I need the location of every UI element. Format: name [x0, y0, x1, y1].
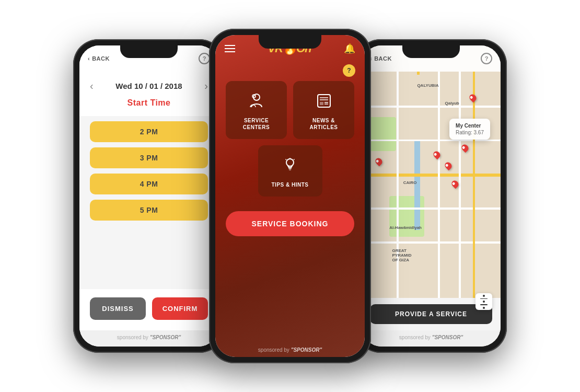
svg-point-8 [286, 159, 294, 166]
map-label-qalyub: Qalyub [445, 101, 459, 106]
date-nav: ‹ Wed 10 / 01 / 2018 › [79, 72, 218, 96]
right-screen: ‹ BACK ? [362, 45, 501, 347]
center-sponsor-bar: sponsored by "SPONSOR" [215, 342, 365, 357]
map-label-pyramid: GREATPYRAMIDOF GIZA [392, 248, 412, 262]
right-sponsor-name: "SPONSOR" [432, 335, 463, 340]
chevron-left-icon: ‹ [88, 55, 90, 62]
map-info-popup: My Center Rating: 3.67 [449, 119, 490, 140]
hamburger-line-2 [225, 48, 235, 49]
options-fab[interactable] [475, 293, 492, 310]
svg-rect-10 [289, 169, 291, 170]
tips-hints-icon [281, 156, 299, 177]
hamburger-line-3 [225, 51, 235, 52]
hamburger-menu[interactable] [225, 45, 235, 52]
svg-rect-9 [288, 168, 292, 169]
confirm-button[interactable]: CONFIRM [152, 297, 208, 320]
dismiss-button[interactable]: DISMISS [90, 297, 146, 320]
phones-container: ‹ BACK ? ‹ Wed 10 / 01 / 2018 › Start Ti… [0, 0, 580, 392]
map-container[interactable]: QALYUBIA Qalyub CAIRO Al-Hawāmidīyah GRE… [362, 72, 501, 298]
news-articles-icon [315, 91, 333, 113]
back-label: BACK [92, 55, 110, 62]
road-h-1 [362, 106, 501, 108]
map-background: QALYUBIA Qalyub CAIRO Al-Hawāmidīyah GRE… [362, 72, 501, 298]
right-help-button[interactable]: ? [481, 53, 492, 64]
tips-hints-card[interactable]: TIPS & HINTS [258, 145, 322, 197]
time-slot-5pm[interactable]: 5 PM [90, 200, 208, 221]
map-label-qalyubia: QALYUBIA [417, 83, 438, 88]
map-label-cairo: CAIRO [403, 180, 417, 185]
tips-hints-label: TIPS & HINTS [271, 181, 308, 188]
action-row: DISMISS CONFIRM [79, 289, 218, 330]
popup-rating: Rating: 3.67 [456, 130, 484, 135]
news-articles-card[interactable]: NEWS &ARTICLES [293, 81, 354, 139]
time-slot-3pm[interactable]: 3 PM [90, 147, 208, 168]
service-centers-label: SERVICECENTERS [243, 117, 270, 131]
phone-center: VR🔥On 🔔 ? [209, 29, 371, 363]
menu-grid: SERVICECENTERS [215, 73, 365, 203]
center-sponsor-name: "SPONSOR" [291, 347, 322, 353]
popup-center-name: My Center [456, 123, 484, 129]
back-button[interactable]: ‹ BACK [88, 55, 110, 62]
left-screen: ‹ BACK ? ‹ Wed 10 / 01 / 2018 › Start Ti… [79, 45, 218, 347]
road-v-1 [397, 72, 399, 298]
hamburger-line-1 [225, 45, 235, 46]
road-h-2 [362, 140, 501, 141]
right-sponsor-text: sponsored by [399, 335, 431, 340]
right-sponsor-bar: sponsored by "SPONSOR" [362, 330, 501, 347]
svg-rect-5 [320, 102, 323, 105]
right-back-label: BACK [374, 55, 392, 62]
time-slot-4pm[interactable]: 4 PM [90, 174, 208, 194]
fab-dot-3 [483, 307, 485, 309]
help-button[interactable]: ? [199, 53, 210, 64]
road-h-4 [362, 241, 501, 244]
service-centers-card[interactable]: SERVICECENTERS [226, 81, 287, 139]
notch-right [402, 45, 460, 58]
svg-line-12 [286, 159, 287, 160]
road-highway-1 [362, 174, 501, 177]
fab-line-2 [480, 304, 488, 305]
next-date-arrow[interactable]: › [204, 80, 208, 92]
service-booking-button[interactable]: SERVICE BOOKING [226, 211, 354, 236]
fab-dot-1 [483, 295, 485, 297]
road-highway-v2 [473, 72, 475, 298]
prev-date-arrow[interactable]: ‹ [90, 80, 94, 92]
phone-right: ‹ BACK ? [355, 39, 507, 353]
road-h-3 [362, 207, 501, 210]
phone-left: ‹ BACK ? ‹ Wed 10 / 01 / 2018 › Start Ti… [73, 39, 225, 353]
map-green-area-2 [368, 117, 396, 151]
time-slots-list: 2 PM 3 PM 4 PM 5 PM [79, 116, 218, 289]
right-back-button[interactable]: ‹ BACK [370, 55, 392, 62]
sponsor-text: sponsored by [117, 335, 148, 340]
left-sponsor-bar: sponsored by "SPONSOR" [79, 330, 218, 347]
service-centers-icon [247, 91, 266, 113]
date-display: Wed 10 / 01 / 2018 [115, 82, 182, 90]
center-sponsor-text: sponsored by [258, 347, 289, 353]
bell-icon[interactable]: 🔔 [344, 43, 355, 54]
svg-line-13 [294, 159, 295, 160]
time-slot-2pm[interactable]: 2 PM [90, 121, 208, 142]
provide-service-button[interactable]: PROVIDE A SERVICE [370, 304, 492, 324]
map-label-hawamidiyah: Al-Hawāmidīyah [389, 225, 422, 230]
center-screen: VR🔥On 🔔 ? [215, 35, 365, 357]
fab-dot-2 [483, 301, 485, 303]
road-v-2 [438, 72, 440, 298]
notch-center [259, 35, 321, 49]
fab-line-1 [480, 298, 488, 299]
notch-left [120, 45, 178, 58]
road-highway-v [417, 72, 420, 75]
svg-rect-2 [318, 95, 330, 107]
start-time-label: Start Time [79, 96, 218, 116]
sponsor-name: "SPONSOR" [150, 335, 181, 340]
news-articles-label: NEWS &ARTICLES [310, 117, 338, 131]
help-circle[interactable]: ? [343, 64, 355, 77]
